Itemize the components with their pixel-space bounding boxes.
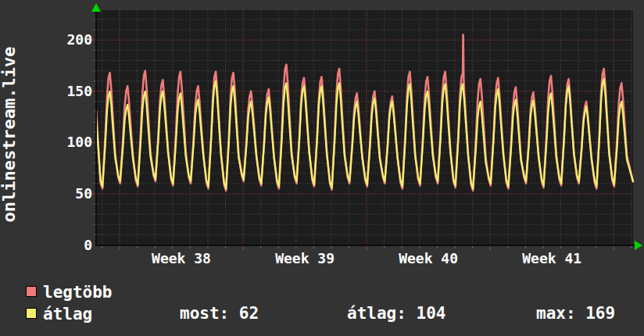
stat-atlag: átlag: 104 (347, 304, 445, 323)
y-tick-label: 0 (58, 237, 92, 254)
y-tick-label: 50 (58, 185, 92, 202)
legend-label-avg: átlag (43, 305, 92, 323)
x-tick-label: Week 39 (250, 250, 360, 267)
rrd-graph: onlinestream.live 050100150200 Week 38We… (0, 0, 644, 336)
y-tick-label: 150 (58, 83, 92, 100)
side-axis-title: onlinestream.live (0, 17, 18, 252)
stat-most: most: 62 (180, 304, 259, 323)
x-tick-label: Week 40 (374, 250, 483, 267)
legend-swatch-max (26, 286, 37, 297)
x-tick-label: Week 38 (127, 250, 236, 267)
stat-max: max: 169 (536, 304, 615, 323)
legend-label-max: legtöbb (43, 283, 113, 302)
y-tick-label: 200 (58, 31, 92, 48)
y-tick-label: 100 (58, 134, 92, 151)
x-tick-label: Week 41 (497, 250, 606, 267)
legend-swatch-avg (26, 308, 37, 319)
